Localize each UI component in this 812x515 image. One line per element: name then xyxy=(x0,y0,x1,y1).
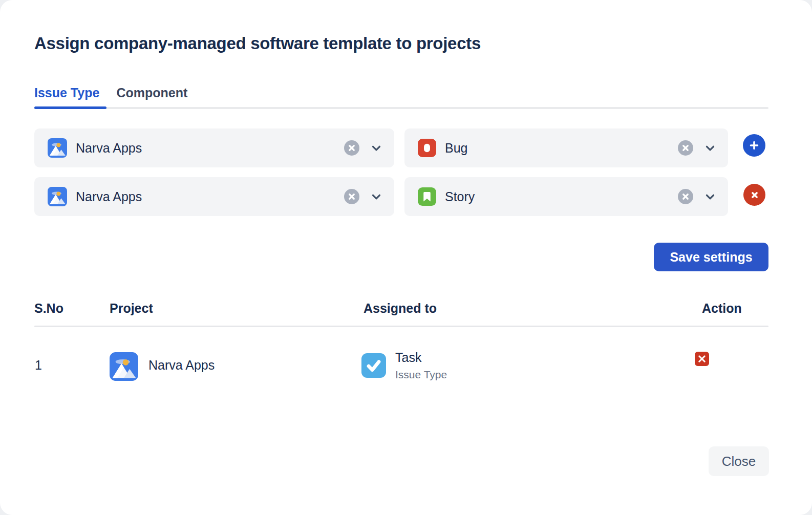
column-header-action: Action xyxy=(702,301,742,316)
delete-assignment-button[interactable] xyxy=(695,352,709,366)
project-select-value: Narva Apps xyxy=(76,189,142,204)
add-row-button[interactable] xyxy=(743,134,765,157)
plus-icon xyxy=(748,139,760,152)
page-title: Assign company-managed software template… xyxy=(34,34,481,53)
chevron-down-icon[interactable] xyxy=(703,141,717,155)
row-project-name: Narva Apps xyxy=(148,358,215,373)
tab-bar: Issue Type Component xyxy=(34,85,187,100)
clear-icon[interactable] xyxy=(344,140,359,156)
row-assigned-kind: Issue Type xyxy=(395,369,447,381)
tab-track xyxy=(34,107,768,109)
bug-icon xyxy=(418,139,436,157)
issue-type-select-value: Bug xyxy=(445,141,467,156)
project-avatar-icon xyxy=(110,352,138,381)
column-header-project: Project xyxy=(110,301,153,316)
row-assigned-name: Task xyxy=(395,350,421,365)
chevron-down-icon[interactable] xyxy=(703,190,717,203)
clear-icon[interactable] xyxy=(678,189,693,204)
chevron-down-icon[interactable] xyxy=(370,190,383,203)
tab-active-indicator xyxy=(34,106,106,109)
column-header-assigned-to: Assigned to xyxy=(364,301,437,316)
issue-type-select-row1[interactable]: Bug xyxy=(404,128,728,167)
x-icon xyxy=(749,189,761,201)
delete-x-icon xyxy=(695,352,709,366)
project-select-row2[interactable]: Narva Apps xyxy=(34,177,394,216)
column-header-sno: S.No xyxy=(34,301,63,316)
project-select-value: Narva Apps xyxy=(76,141,142,156)
chevron-down-icon[interactable] xyxy=(370,141,383,155)
clear-icon[interactable] xyxy=(678,140,693,156)
close-button[interactable]: Close xyxy=(709,446,769,476)
issue-type-select-row2[interactable]: Story xyxy=(404,177,728,216)
task-icon xyxy=(361,353,386,378)
table-header-divider xyxy=(34,326,768,327)
remove-row-button[interactable] xyxy=(743,184,765,206)
tab-component[interactable]: Component xyxy=(116,85,187,100)
project-select-row1[interactable]: Narva Apps xyxy=(34,128,394,167)
tab-issue-type[interactable]: Issue Type xyxy=(34,85,99,100)
project-avatar-icon xyxy=(48,187,67,206)
clear-icon[interactable] xyxy=(344,189,359,204)
issue-type-select-value: Story xyxy=(445,189,475,204)
row-serial-number: 1 xyxy=(35,358,42,373)
story-icon xyxy=(418,187,436,206)
project-avatar-icon xyxy=(48,138,67,158)
save-settings-button[interactable]: Save settings xyxy=(654,243,768,271)
assign-template-dialog: Assign company-managed software template… xyxy=(0,0,812,515)
